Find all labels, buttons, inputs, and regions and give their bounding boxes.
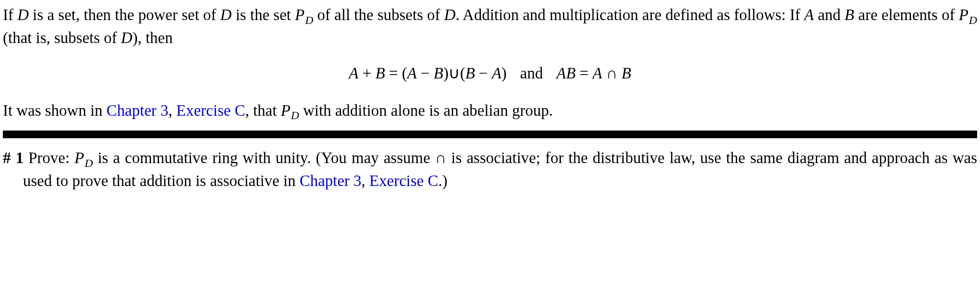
subscript-D: D [969,14,977,26]
text: If [3,6,17,23]
link-chapter-3[interactable]: Chapter 3 [299,172,361,189]
close-paren: ) [501,65,507,82]
and-separator: and [507,62,557,85]
subscript-D: D [290,109,299,121]
variable-P: P [281,102,290,119]
after-paragraph: It was shown in Chapter 3, Exercise C, t… [3,99,977,122]
variable-A: A [593,65,602,82]
text: is a commutative ring with unity. (You m… [23,149,977,189]
plus-sign: + [359,65,376,82]
minus-sign: − [417,65,433,82]
variable-D: D [220,6,232,23]
text: (that is, subsets of [3,29,121,46]
equals-open: = ( [385,65,407,82]
equation-display: A + B = (A − B)∪(B − A)andAB = A ∩ B [3,62,977,85]
variable-AB: AB [557,65,576,82]
text: is the set [232,6,295,23]
exercise-number: 1 [16,149,24,166]
minus-sign: − [475,65,492,82]
text: with addition alone is an abelian group. [299,102,553,119]
variable-B: B [621,65,631,82]
text: Prove: [23,149,74,166]
variable-B: B [376,65,385,82]
text: . Addition and multiplication are define… [456,6,804,23]
link-exercise-c[interactable]: Exercise C [369,172,438,189]
exercise-item: # 1 Prove: PD is a commutative ring with… [3,147,977,193]
variable-P: P [959,6,969,23]
variable-A: A [349,65,358,82]
document-page: If D is a set, then the power set of D i… [0,0,980,198]
variable-D: D [17,6,29,23]
variable-A: A [492,65,501,82]
exercise-hash: # [3,149,16,166]
variable-P: P [295,6,305,23]
intersection-sign: ∩ [602,65,621,82]
text: ), then [132,29,172,46]
link-exercise-c[interactable]: Exercise C [176,102,245,119]
link-chapter-3[interactable]: Chapter 3 [106,102,168,119]
variable-B: B [433,65,443,82]
text: , that [245,102,281,119]
variable-D: D [121,29,133,46]
variable-A: A [407,65,417,82]
variable-B: B [844,6,854,23]
text: of all the subsets of [313,6,444,23]
subscript-D: D [84,157,93,169]
text: , [169,102,177,119]
text: and [814,6,844,23]
variable-P: P [75,149,84,166]
intro-paragraph: If D is a set, then the power set of D i… [3,4,977,50]
variable-A: A [804,6,814,23]
text: is a set, then the power set of [29,6,220,23]
variable-D: D [444,6,456,23]
text: are elements of [855,6,959,23]
subscript-D: D [305,14,313,26]
union-mid: )∪( [443,65,465,82]
text: , [362,172,370,189]
horizontal-rule [3,131,977,138]
variable-B: B [465,65,475,82]
equals-sign: = [576,65,593,82]
text: It was shown in [3,102,106,119]
text: .) [438,172,447,189]
